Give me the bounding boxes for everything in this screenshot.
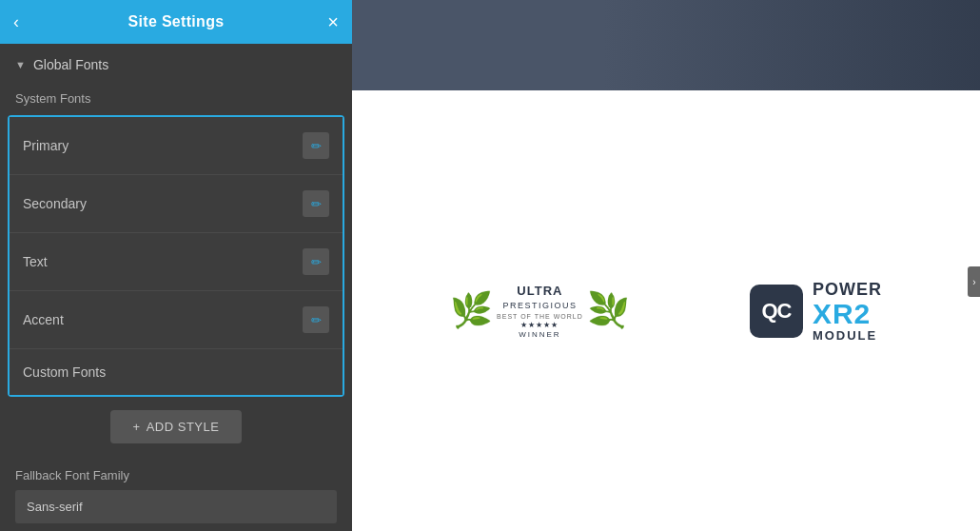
- close-button[interactable]: ×: [327, 11, 339, 33]
- font-row-accent: Accent ✏: [10, 291, 343, 349]
- add-style-section: + ADD STYLE: [0, 397, 352, 457]
- qc-logo: QC POWER XR2 MODULE: [750, 280, 882, 343]
- font-row-secondary: Secondary ✏: [10, 175, 343, 233]
- edit-primary-button[interactable]: ✏: [303, 132, 329, 159]
- edit-secondary-button[interactable]: ✏: [303, 190, 329, 217]
- font-row-primary: Primary ✏: [10, 117, 343, 175]
- page-title: Site Settings: [128, 13, 225, 30]
- plus-icon: +: [133, 420, 141, 434]
- best-label: BEST OF THE WORLD: [497, 312, 583, 321]
- xr2-label: XR2: [813, 300, 882, 328]
- system-fonts-container: Primary ✏ Secondary ✏ Text ✏ Accent ✏ Cu…: [8, 115, 344, 397]
- collapse-panel-button[interactable]: ›: [968, 266, 980, 297]
- chevron-down-icon: ▼: [15, 59, 26, 70]
- add-style-label: ADD STYLE: [147, 420, 220, 434]
- back-button[interactable]: ‹: [13, 12, 19, 32]
- main-top-area: [352, 0, 980, 90]
- font-secondary-label: Secondary: [23, 196, 87, 211]
- stars-label: ★★★★★: [497, 321, 583, 330]
- laurel-right-icon: 🌿: [587, 290, 630, 330]
- ultra-label: ULTRA: [517, 284, 562, 298]
- add-style-button[interactable]: + ADD STYLE: [110, 410, 243, 443]
- pencil-icon: ✏: [311, 313, 322, 327]
- font-accent-label: Accent: [23, 312, 64, 327]
- main-top-overlay: [603, 0, 980, 90]
- edit-accent-button[interactable]: ✏: [303, 306, 329, 333]
- sidebar: ‹ Site Settings × ▼ Global Fonts System …: [0, 0, 352, 531]
- custom-fonts-row: Custom Fonts: [10, 349, 343, 395]
- module-label: MODULE: [813, 328, 882, 343]
- fallback-font-input[interactable]: [15, 490, 337, 523]
- pencil-icon: ✏: [311, 255, 322, 269]
- laurel-container: 🌿 ULTRA PRESTIGIOUS BEST OF THE WORLD ★★…: [450, 281, 630, 340]
- close-icon: ×: [327, 11, 339, 32]
- font-text-label: Text: [23, 254, 48, 269]
- custom-fonts-label: Custom Fonts: [23, 364, 106, 380]
- font-primary-label: Primary: [23, 138, 69, 153]
- ultra-text: ULTRA PRESTIGIOUS BEST OF THE WORLD ★★★★…: [497, 281, 583, 340]
- global-fonts-label: Global Fonts: [33, 57, 108, 72]
- sidebar-header: ‹ Site Settings ×: [0, 0, 352, 44]
- chevron-right-icon: ›: [972, 277, 975, 287]
- main-content: 🌿 ULTRA PRESTIGIOUS BEST OF THE WORLD ★★…: [352, 0, 980, 531]
- system-fonts-label: System Fonts: [0, 86, 352, 115]
- pencil-icon: ✏: [311, 139, 322, 153]
- fallback-section: Fallback Font Family: [0, 457, 352, 531]
- laurel-left-icon: 🌿: [450, 290, 493, 330]
- power-text: POWER XR2 MODULE: [813, 280, 882, 343]
- ultra-badge: 🌿 ULTRA PRESTIGIOUS BEST OF THE WORLD ★★…: [450, 281, 630, 340]
- qc-box: QC: [750, 285, 803, 338]
- edit-text-button[interactable]: ✏: [303, 248, 329, 275]
- global-fonts-toggle[interactable]: ▼ Global Fonts: [0, 44, 352, 86]
- power-label: POWER: [813, 280, 882, 300]
- back-icon: ‹: [13, 12, 19, 32]
- fallback-font-label: Fallback Font Family: [15, 468, 337, 482]
- pencil-icon: ✏: [311, 197, 322, 211]
- prestigious-label: PRESTIGIOUS: [497, 301, 583, 312]
- main-body: 🌿 ULTRA PRESTIGIOUS BEST OF THE WORLD ★★…: [352, 90, 980, 531]
- font-row-text: Text ✏: [10, 233, 343, 291]
- winner-label: WINNER: [497, 330, 583, 340]
